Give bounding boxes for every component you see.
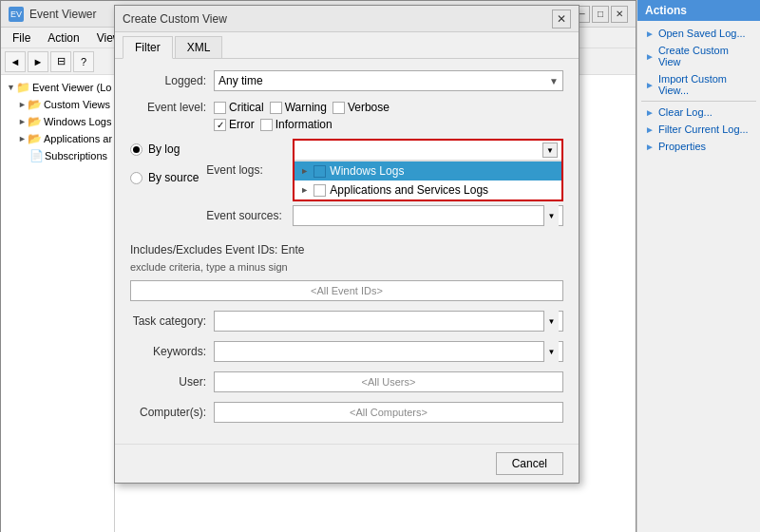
menu-file[interactable]: File — [5, 29, 38, 47]
create-custom-view-dialog: Create Custom View ✕ Filter XML Logged: … — [114, 5, 580, 484]
critical-label: Critical — [229, 101, 264, 114]
event-sources-input[interactable]: ▼ — [293, 205, 563, 226]
by-log-radio[interactable] — [130, 143, 142, 156]
checkbox-critical: Critical — [214, 101, 264, 114]
tree-item-app-services[interactable]: ► 📂 Applications and — [3, 130, 112, 147]
close-button[interactable]: ✕ — [611, 6, 628, 23]
event-sources-dropdown-button[interactable]: ▼ — [543, 205, 559, 226]
maximize-button[interactable]: □ — [592, 6, 609, 23]
action-open-saved-log[interactable]: ► Open Saved Log... — [641, 25, 756, 42]
checkbox-verbose: Verbose — [332, 101, 390, 114]
task-category-input[interactable]: ▼ — [214, 311, 563, 332]
action-create-custom-view[interactable]: ► Create Custom View — [641, 42, 756, 70]
action-arrow-icon: ► — [645, 28, 655, 39]
cancel-button[interactable]: Cancel — [496, 452, 563, 475]
computer-input[interactable]: <All Computers> — [214, 402, 563, 423]
logged-value: Any time — [218, 74, 263, 87]
item-checkbox[interactable] — [314, 165, 326, 178]
action-panel-header: Actions — [637, 0, 760, 21]
dropdown-toggle-button[interactable]: ▼ — [542, 142, 558, 158]
verbose-label: Verbose — [348, 101, 390, 114]
information-checkbox[interactable] — [260, 119, 273, 131]
user-field: <All Users> — [214, 371, 563, 392]
computer-row: Computer(s): <All Computers> — [130, 402, 563, 423]
keywords-input[interactable]: ▼ — [214, 341, 563, 362]
dropdown-arrow-icon: ▼ — [549, 76, 559, 86]
radio-column: By log By source — [130, 139, 199, 234]
task-category-dropdown-button[interactable]: ▼ — [543, 311, 559, 332]
includes-input[interactable]: <All Event IDs> — [130, 280, 563, 301]
task-category-row: Task category: ▼ — [130, 311, 563, 332]
expand-icon: ▼ — [7, 83, 15, 92]
verbose-checkbox[interactable] — [332, 102, 345, 114]
error-label: Error — [229, 118, 255, 131]
event-logs-dropdown[interactable]: ▼ ► Windows Logs ► — [293, 139, 563, 201]
event-logs-row: Event logs: ▼ ► Windows Logs — [206, 139, 563, 201]
tree-item-custom-views[interactable]: ► 📂 Custom Views — [3, 96, 112, 113]
item-checkbox[interactable] — [314, 184, 326, 197]
user-input[interactable]: <All Users> — [214, 371, 563, 392]
checkbox-group-row1: Critical Warning Verbose — [214, 101, 563, 114]
log-icon: 📄 — [29, 149, 43, 162]
help-button[interactable]: ? — [73, 51, 94, 72]
fields-column: Event logs: ▼ ► Windows Logs — [206, 139, 563, 234]
dialog-title-bar: Create Custom View ✕ — [115, 6, 579, 32]
error-checkbox[interactable] — [214, 119, 226, 131]
action-label: Open Saved Log... — [658, 28, 746, 39]
includes-desc: exclude criteria, type a minus sign — [130, 260, 563, 275]
action-properties[interactable]: ► Properties — [641, 138, 756, 155]
user-row: User: <All Users> — [130, 371, 563, 392]
event-sources-row: Event sources: ▼ — [206, 205, 563, 226]
computer-placeholder: <All Computers> — [350, 407, 428, 418]
radio-by-source[interactable]: By source — [130, 171, 199, 184]
folder-icon: 📂 — [28, 132, 42, 145]
action-arrow-icon: ► — [645, 124, 655, 135]
expand-icon: ► — [300, 166, 310, 176]
menu-action[interactable]: Action — [40, 29, 86, 47]
tree-item-subscriptions[interactable]: ► 📄 Subscriptions — [3, 147, 112, 164]
checkbox-group-row2: Error Information — [214, 118, 563, 131]
keywords-dropdown-button[interactable]: ▼ — [543, 341, 559, 362]
computer-label: Computer(s): — [130, 406, 206, 419]
tree-item-windows-logs[interactable]: ► 📂 Windows Logs — [3, 113, 112, 130]
action-label: Properties — [658, 141, 706, 152]
checkbox-warning: Warning — [270, 101, 327, 114]
forward-button[interactable]: ► — [28, 51, 48, 72]
warning-checkbox[interactable] — [270, 102, 282, 114]
tree-label: Windows Logs — [44, 116, 112, 127]
by-source-radio[interactable] — [130, 172, 142, 184]
tree-item-event-viewer[interactable]: ▼ 📁 Event Viewer (Loca — [3, 79, 112, 96]
dropdown-item-windows-logs[interactable]: ► Windows Logs — [294, 162, 561, 180]
action-arrow-icon: ► — [645, 107, 655, 118]
action-filter[interactable]: ► Filter Current Log... — [641, 121, 756, 138]
action-clear-log[interactable]: ► Clear Log... — [641, 104, 756, 121]
dialog-close-button[interactable]: ✕ — [552, 10, 571, 28]
folder-icon: 📂 — [28, 115, 42, 128]
tree-panel: ▼ 📁 Event Viewer (Loca ► 📂 Custom Views … — [1, 75, 115, 532]
dropdown-item-label: Windows Logs — [330, 164, 404, 178]
tab-xml[interactable]: XML — [175, 36, 223, 58]
dropdown-item-app-services[interactable]: ► Applications and Services Logs — [294, 180, 561, 200]
task-category-label: Task category: — [130, 314, 206, 328]
includes-placeholder: <All Event IDs> — [311, 285, 383, 296]
collapse-button[interactable]: ⊟ — [50, 51, 71, 72]
warning-label: Warning — [285, 101, 327, 114]
information-label: Information — [276, 118, 332, 131]
logged-select-box[interactable]: Any time ▼ — [214, 70, 563, 91]
main-window-title: Event Viewer — [29, 8, 96, 21]
radio-by-log[interactable]: By log — [130, 142, 199, 156]
logged-dropdown[interactable]: Any time ▼ — [214, 70, 563, 91]
folder-icon: 📁 — [17, 81, 30, 94]
event-sources-label: Event sources: — [206, 209, 287, 222]
tree-label: Subscriptions — [45, 150, 107, 162]
tab-filter[interactable]: Filter — [123, 36, 173, 59]
action-label: Clear Log... — [658, 106, 712, 118]
action-import[interactable]: ► Import Custom View... — [641, 70, 756, 99]
logged-label: Logged: — [130, 74, 206, 87]
main-form-section: By log By source Event logs: — [130, 139, 563, 234]
action-arrow-icon: ► — [645, 51, 655, 62]
critical-checkbox[interactable] — [214, 102, 226, 114]
event-level-label: Event level: — [130, 101, 206, 114]
includes-label: Includes/Excludes Event IDs: Ente — [130, 243, 563, 256]
back-button[interactable]: ◄ — [5, 51, 26, 72]
